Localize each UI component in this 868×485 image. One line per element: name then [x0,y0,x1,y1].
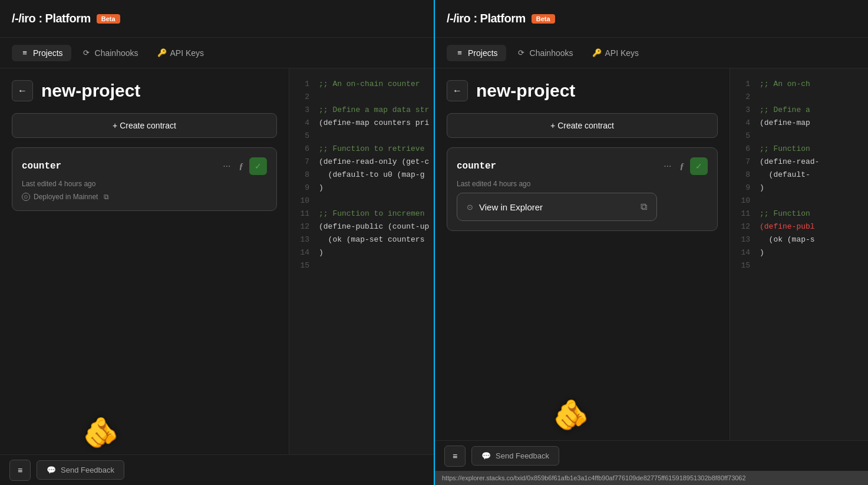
rcode-line-6: ;; Function [760,143,868,156]
right-create-contract-button[interactable]: + Create contract [447,113,718,138]
code-line-4: (define-map counters pri [319,117,434,130]
left-check-button[interactable]: ✓ [249,157,267,175]
right-page-title: new-project [476,81,575,101]
right-sidebar: ← new-project + Create contract counter … [435,68,730,440]
right-bottom-bar: ≡ 💬 Send Feedback [435,440,868,471]
right-contract-actions: ··· ƒ ✓ [661,157,708,175]
right-menu-icon: ≡ [453,451,457,461]
ln-1: 1 [299,78,309,91]
url-bar: https://explorer.stacks.co/txid/0x859b6f… [435,471,868,485]
left-contract-card[interactable]: counter ··· ƒ ✓ Last edited 4 hours ago … [12,147,277,211]
rln-9: 9 [740,182,750,194]
right-check-button[interactable]: ✓ [690,157,708,175]
right-check-icon: ✓ [695,161,702,171]
left-beta-badge: Beta [97,14,120,24]
left-feedback-label: Send Feedback [61,466,114,474]
ln-2: 2 [299,91,309,104]
nav-chainhooks-left[interactable]: ⟳ Chainhooks [74,45,147,61]
code-line-7: (define-read-only (get-c [319,156,434,169]
chainhooks-icon-left: ⟳ [82,48,91,58]
nav-projects-left[interactable]: ≡ Projects [12,45,71,61]
left-contract-header: counter ··· ƒ ✓ [22,157,267,175]
right-bottom-menu-button[interactable]: ≡ [444,446,466,467]
nav-projects-right[interactable]: ≡ Projects [447,45,506,61]
left-create-contract-label: + Create contract [113,121,176,130]
left-contract-dots-button[interactable]: ··· [220,160,233,173]
left-bottom-menu-button[interactable]: ≡ [9,460,31,481]
right-code-panel: 1 2 3 4 5 6 7 8 9 10 11 12 13 14 15 [730,68,868,440]
projects-icon-right: ≡ [455,48,464,58]
url-bar-text: https://explorer.stacks.co/txid/0x859b6f… [442,474,746,481]
right-create-contract-label: + Create contract [550,121,614,130]
right-logo: /-/iro : Platform [447,12,526,25]
right-feedback-label: Send Feedback [496,451,549,460]
code-line-15 [319,259,434,272]
left-sidebar: ← new-project + Create contract counter … [0,68,289,454]
view-in-explorer-popup[interactable]: ⊙ View in Explorer ⧉ [457,193,657,221]
rcode-line-5 [760,130,868,143]
rln-7: 7 [740,156,750,169]
nav-apikeys-label-left: API Keys [170,48,204,58]
rcode-line-1: ;; An on-ch [760,78,868,91]
right-back-button[interactable]: ← [447,80,468,101]
left-header: /-/iro : Platform Beta [0,0,434,38]
left-line-numbers: 1 2 3 4 5 6 7 8 9 10 11 12 13 14 15 [289,78,319,445]
rln-3: 3 [740,104,750,117]
left-contract-name: counter [22,161,61,171]
rcode-line-10 [760,194,868,207]
nav-apikeys-left[interactable]: 🔑 API Keys [149,45,213,61]
rcode-line-14: ) [760,246,868,259]
code-line-8: (default-to u0 (map-g [319,169,434,182]
right-fn-badge: ƒ [680,161,685,171]
ln-4: 4 [299,117,309,130]
rcode-line-2 [760,91,868,104]
rln-5: 5 [740,130,750,143]
right-nav: ≡ Projects ⟳ Chainhooks 🔑 API Keys [435,38,868,68]
left-logo: /-/iro : Platform [12,12,91,25]
left-code-lines: ;; An on-chain counter ;; Define a map d… [319,78,434,445]
nav-chainhooks-right[interactable]: ⟳ Chainhooks [509,45,582,61]
right-contract-card[interactable]: counter ··· ƒ ✓ Last edited 4 hours ago … [447,147,718,231]
rcode-line-3: ;; Define a [760,104,868,117]
right-contract-meta: Last edited 4 hours ago [457,180,708,188]
left-back-button[interactable]: ← [12,80,33,101]
rln-14: 14 [740,246,750,259]
left-cursor: 🫵 [82,415,119,450]
right-contract-dots-button[interactable]: ··· [661,160,674,173]
left-code-panel: 1 2 3 4 5 6 7 8 9 10 11 12 13 14 15 [289,68,434,454]
left-menu-icon: ≡ [18,466,22,475]
code-line-13: (ok (map-set counters [319,233,434,246]
left-deployed-text: Deployed in Mainnet [34,193,98,201]
rcode-line-12: (define-publ [760,220,868,233]
right-page-title-row: ← new-project [447,80,718,101]
rln-6: 6 [740,143,750,156]
left-fn-badge: ƒ [239,161,244,171]
right-contract-name: counter [457,161,496,171]
left-back-arrow: ← [18,85,27,96]
explorer-ext-link-icon[interactable]: ⧉ [641,202,647,212]
rln-2: 2 [740,91,750,104]
rcode-line-11: ;; Function [760,207,868,220]
projects-icon-left: ≡ [20,48,29,58]
right-code-content: 1 2 3 4 5 6 7 8 9 10 11 12 13 14 15 [730,68,868,440]
left-feedback-button[interactable]: 💬 Send Feedback [37,460,124,480]
left-create-contract-button[interactable]: + Create contract [12,113,277,138]
ln-6: 6 [299,143,309,156]
ln-9: 9 [299,182,309,194]
ln-10: 10 [299,194,309,207]
left-ext-link-icon[interactable]: ⧉ [104,193,109,201]
right-line-numbers: 1 2 3 4 5 6 7 8 9 10 11 12 13 14 15 [730,78,760,431]
right-bottom-section: ≡ 💬 Send Feedback https://explorer.stack… [435,440,868,485]
rcode-line-13: (ok (map-s [760,233,868,246]
nav-apikeys-right[interactable]: 🔑 API Keys [584,45,648,61]
popup-deployed-icon: ⊙ [467,203,473,212]
nav-apikeys-label-right: API Keys [605,48,639,58]
right-back-arrow: ← [453,85,462,96]
rln-12: 12 [740,220,750,233]
code-line-6: ;; Function to retrieve [319,143,434,156]
ln-8: 8 [299,169,309,182]
code-line-2 [319,91,434,104]
rcode-line-7: (define-read- [760,156,868,169]
right-feedback-button[interactable]: 💬 Send Feedback [471,446,559,466]
code-line-3: ;; Define a map data str [319,104,434,117]
